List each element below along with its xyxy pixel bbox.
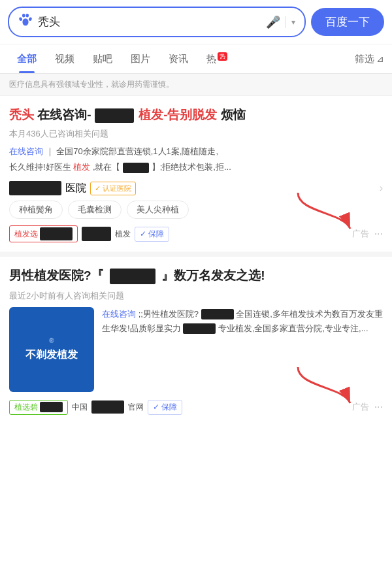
ad1-tags-section: 植发选 植发 ✓ 保障 广告 ··· <box>9 225 383 242</box>
search-input-wrap[interactable]: 秃头 🎤 ▾ <box>8 7 306 37</box>
verified-check-icon-2: ✓ <box>153 402 159 412</box>
ad2-tag3: 中国 <box>72 402 88 413</box>
filter-label: 筛选 <box>355 53 374 65</box>
ad2-more-icon[interactable]: ··· <box>374 401 383 413</box>
ad2-title-blackbox <box>110 269 155 284</box>
ad2-label: 广告 <box>352 401 369 413</box>
search-button[interactable]: 百度一下 <box>311 8 384 36</box>
ad2-tag-blackbox <box>40 402 63 412</box>
ad2-tag4: 官网 <box>128 402 144 413</box>
search-bar: 秃头 🎤 ▾ 百度一下 <box>0 0 392 44</box>
ad1-desc-blackbox <box>123 163 149 173</box>
arrow-down-icon[interactable]: ▾ <box>291 18 295 27</box>
ad1-desc1: 在线咨询 ｜ 全国70余家院部直营连锁,1人1案,随植随走, <box>9 145 383 159</box>
ad2-image-text: 不剃发植发 <box>25 348 78 362</box>
ad2-meta: 广告 ··· <box>352 401 383 413</box>
ad2-image: ® 不剃发植发 <box>9 307 94 392</box>
hospital-name-text: 医院 <box>65 182 86 195</box>
nav-tabs: 全部 视频 贴吧 图片 资讯 热热 筛选 ⊿ <box>0 44 392 74</box>
tab-news[interactable]: 资讯 <box>159 45 197 73</box>
hospital-name-block: 医院 ✓ 认证医院 <box>9 181 136 195</box>
ad2-desc: ;;男性植发医院? <box>139 309 199 319</box>
ad1-more-icon[interactable]: ··· <box>374 228 383 240</box>
search-input-text[interactable]: 秃头 <box>38 14 261 29</box>
ad1-title-suffix: 烦恼 <box>221 108 246 122</box>
ad2-tags-left: 植选碧 中国 官网 ✓ 保障 <box>9 400 182 415</box>
ad2-tag-1[interactable]: 植选碧 <box>9 400 68 415</box>
ad1-separator: ｜ <box>46 146 57 156</box>
ad-card-1: 秃头 在线咨询- 植发-告别脱发 烦恼 本月436人已咨询相关问题 在线咨询 ｜… <box>0 96 392 257</box>
ad-card-2: 男性植发医院?『 』数万名发友之选! 最近2小时前有人咨询相关问题 ® 不剃发植… <box>0 257 392 424</box>
sub-link-1[interactable]: 种植鬓角 <box>9 201 63 219</box>
baidu-paw-icon <box>18 13 33 31</box>
ad1-hospital-row: 医院 ✓ 认证医院 › <box>9 181 383 195</box>
svg-point-0 <box>22 14 25 18</box>
ad2-blackbox1 <box>201 309 234 319</box>
ad2-link[interactable]: 在线咨询 <box>102 309 136 319</box>
ad1-tags-left: 植发选 植发 ✓ 保障 <box>9 225 169 242</box>
ad1-tag3: 植发 <box>115 229 131 240</box>
ad1-desc2: 长久维持!好医生 植发 ,就在【 】;拒绝技术包装,拒... <box>9 161 383 174</box>
ad2-tags-row: 植选碧 中国 官网 ✓ 保障 广告 ··· <box>9 400 383 415</box>
ad1-meta: 广告 ··· <box>352 228 383 240</box>
ad2-title-suffix: 』数万名发友之选! <box>161 269 265 282</box>
ad2-title[interactable]: 男性植发医院?『 』数万名发友之选! <box>9 267 383 285</box>
ad2-dot: ® <box>49 337 54 344</box>
ad2-body: ® 不剃发植发 在线咨询 ;;男性植发医院? 全国连锁,多年植发技术为数百万发友… <box>9 307 383 392</box>
ad1-tag-1[interactable]: 植发选 <box>9 225 78 242</box>
ad2-text: 在线咨询 ;;男性植发医院? 全国连锁,多年植发技术为数百万发友重生华发!品质彰… <box>102 307 383 392</box>
hospital-name-blackbox <box>9 181 61 195</box>
ad2-blackbox2 <box>183 323 216 334</box>
ad1-tag-blackbox <box>40 227 73 240</box>
ad2-time-ago: 最近2小时前有人咨询相关问题 <box>9 290 383 302</box>
ad1-title-red: 秃头 <box>9 108 34 122</box>
ad2-title-prefix: 男性植发医院?『 <box>9 269 104 282</box>
sub-link-2[interactable]: 毛囊检测 <box>68 201 122 219</box>
ad2-tag-verified: ✓ 保障 <box>148 400 182 415</box>
ad2-tags-section: 植选碧 中国 官网 ✓ 保障 广告 ··· <box>9 400 383 415</box>
hot-badge: 热 <box>218 52 227 61</box>
ad1-tags-row: 植发选 植发 ✓ 保障 广告 ··· <box>9 225 383 242</box>
ad1-sub-links: 种植鬓角 毛囊检测 美人尖种植 <box>9 201 383 219</box>
ad1-title-mid: 在线咨询- <box>37 108 91 122</box>
svg-point-4 <box>22 18 28 25</box>
filter-tab[interactable]: 筛选 ⊿ <box>355 53 384 65</box>
ad2-tag-blackbox2 <box>91 400 124 414</box>
ad1-link[interactable]: 在线咨询 <box>9 146 43 156</box>
disclaimer: 医疗信息具有强领域专业性，就诊用药需谨慎。 <box>0 74 392 96</box>
svg-point-1 <box>25 14 29 18</box>
ad2-desc-suffix2: 专业植发,全国多家直营分院,专业专注,... <box>218 323 368 333</box>
tab-all[interactable]: 全部 <box>8 45 46 73</box>
tab-video[interactable]: 视频 <box>46 45 84 73</box>
ad1-tag-verified: ✓ 保障 <box>135 227 169 242</box>
svg-point-3 <box>28 17 32 22</box>
sub-link-3[interactable]: 美人尖种植 <box>127 201 189 219</box>
ad1-title-blackbox <box>95 108 134 123</box>
divider <box>286 16 286 28</box>
ad1-label: 广告 <box>352 228 369 240</box>
arrow-right-icon[interactable]: › <box>380 182 383 194</box>
tab-tieba[interactable]: 贴吧 <box>84 45 122 73</box>
tab-hot[interactable]: 热热 <box>197 44 237 73</box>
filter-icon: ⊿ <box>376 54 384 64</box>
ad1-title-red2: 植发-告别脱发 <box>139 108 217 122</box>
mic-icon[interactable]: 🎤 <box>266 15 280 29</box>
cert-badge: ✓ 认证医院 <box>90 182 136 195</box>
ad1-consult-count: 本月436人已咨询相关问题 <box>9 128 383 140</box>
cert-check-icon: ✓ <box>95 184 101 193</box>
svg-point-2 <box>19 17 23 22</box>
ad1-title[interactable]: 秃头 在线咨询- 植发-告别脱发 烦恼 <box>9 106 383 124</box>
tab-image[interactable]: 图片 <box>122 45 159 73</box>
ad1-tag-blackbox2 <box>82 227 111 241</box>
verified-check-icon: ✓ <box>140 229 146 238</box>
